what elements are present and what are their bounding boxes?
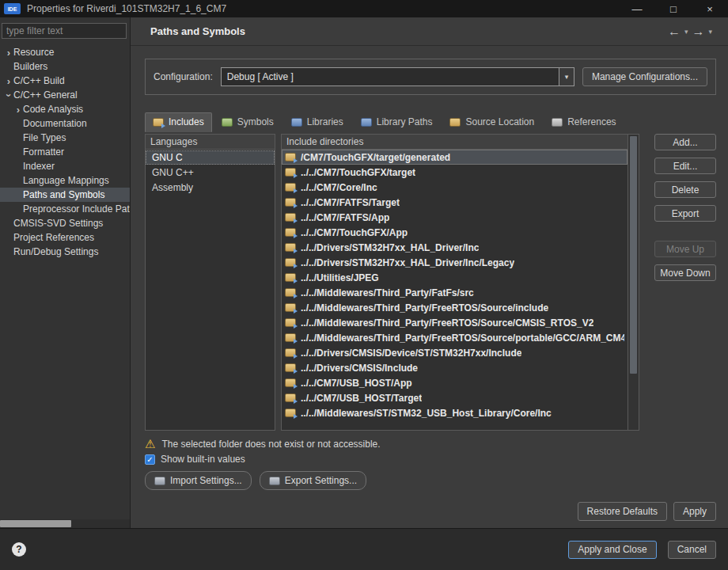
include-dir-row[interactable]: ../../CM7/FATFS/Target <box>282 195 628 210</box>
tab-label: Symbols <box>237 116 274 127</box>
restore-defaults-button[interactable]: Restore Defaults <box>578 502 667 521</box>
tab-source-location[interactable]: Source Location <box>442 112 542 132</box>
maximize-button[interactable]: □ <box>655 0 692 17</box>
sidebar-item-run-debug[interactable]: Run/Debug Settings <box>0 245 130 259</box>
sidebar-item-cmsis-svd[interactable]: CMSIS-SVD Settings <box>0 216 130 230</box>
sidebar-item-label: Run/Debug Settings <box>13 246 98 257</box>
include-folder-icon <box>285 408 296 417</box>
include-dir-row[interactable]: /CM7/TouchGFX/target/generated <box>282 150 628 165</box>
include-dir-row[interactable]: ../../CM7/TouchGFX/App <box>282 225 628 240</box>
include-dir-row[interactable]: ../../Middlewares/Third_Party/FatFs/src <box>282 285 628 300</box>
forward-icon[interactable]: → <box>692 25 704 39</box>
include-folder-icon <box>285 393 296 402</box>
help-icon[interactable]: ? <box>12 542 26 557</box>
include-folder-icon <box>285 213 296 222</box>
edit-button[interactable]: Edit... <box>654 158 716 174</box>
include-dir-row[interactable]: ../../Middlewares/Third_Party/FreeRTOS/S… <box>282 330 628 345</box>
sidebar-horizontal-scrollbar[interactable] <box>0 519 130 528</box>
configuration-select[interactable]: Debug [ Active ] ▾ <box>221 67 574 86</box>
language-gnu-c[interactable]: GNU C <box>146 150 275 165</box>
move-down-button[interactable]: Move Down <box>654 264 716 281</box>
include-dir-row[interactable]: ../../CM7/Core/Inc <box>282 180 628 195</box>
tab-includes[interactable]: Includes <box>145 112 212 132</box>
include-list-scrollbar[interactable] <box>628 134 639 431</box>
include-dir-row[interactable]: ../../CM7/FATFS/App <box>282 210 628 225</box>
minimize-button[interactable]: — <box>619 0 655 17</box>
import-settings-button[interactable]: Import Settings... <box>145 471 252 490</box>
chevron-down-icon[interactable] <box>4 89 13 101</box>
sidebar-item-paths-and-symbols[interactable]: Paths and Symbols <box>0 188 130 202</box>
language-gnu-cpp[interactable]: GNU C++ <box>146 165 275 180</box>
sidebar-item-code-analysis[interactable]: Code Analysis <box>0 102 130 116</box>
language-assembly[interactable]: Assembly <box>146 180 275 195</box>
apply-and-close-button[interactable]: Apply and Close <box>568 541 656 559</box>
include-dir-row[interactable]: ../../CM7/USB_HOST/Target <box>282 390 628 405</box>
sidebar-item-label: Documentation <box>23 118 87 129</box>
sidebar-item-cpp-build[interactable]: C/C++ Build <box>0 74 130 88</box>
page-header: Paths and Symbols ← ▾ → ▾ <box>131 17 728 46</box>
combo-arrow-icon[interactable]: ▾ <box>559 68 574 86</box>
tab-label: Library Paths <box>377 116 433 127</box>
back-dropdown-icon[interactable]: ▾ <box>684 28 688 36</box>
sidebar-item-builders[interactable]: Builders <box>0 59 130 74</box>
include-dir-row[interactable]: ../../Utilities/JPEG <box>282 270 628 285</box>
sidebar-item-indexer[interactable]: Indexer <box>0 159 130 173</box>
export-settings-button[interactable]: Export Settings... <box>260 471 366 490</box>
forward-dropdown-icon[interactable]: ▾ <box>708 28 712 36</box>
sidebar-item-language-mappings[interactable]: Language Mappings <box>0 173 130 188</box>
cancel-button[interactable]: Cancel <box>668 541 716 559</box>
sidebar-item-cpp-general[interactable]: C/C++ General <box>0 88 130 102</box>
sidebar-item-formatter[interactable]: Formatter <box>0 145 130 159</box>
scrollbar-thumb[interactable] <box>630 136 637 374</box>
apply-button[interactable]: Apply <box>673 502 716 521</box>
include-dir-row[interactable]: ../../CM7/USB_HOST/App <box>282 375 628 390</box>
close-button[interactable]: × <box>692 0 728 17</box>
include-dir-row[interactable]: ../../Middlewares/Third_Party/FreeRTOS/S… <box>282 300 628 315</box>
chevron-right-icon[interactable] <box>4 75 13 87</box>
scrollbar-thumb[interactable] <box>0 520 71 527</box>
tab-library-paths[interactable]: Library Paths <box>353 112 441 132</box>
include-dir-row[interactable]: ../../Drivers/STM32H7xx_HAL_Driver/Inc <box>282 240 628 255</box>
sidebar-item-label: Paths and Symbols <box>23 189 104 200</box>
tab-label: Includes <box>169 116 204 127</box>
include-dir-row[interactable]: ../../Middlewares/Third_Party/FreeRTOS/S… <box>282 315 628 330</box>
include-dir-row[interactable]: ../../CM7/TouchGFX/target <box>282 165 628 180</box>
move-up-button[interactable]: Move Up <box>654 241 716 257</box>
delete-button[interactable]: Delete <box>654 181 716 198</box>
import-settings-icon <box>154 477 165 485</box>
export-button[interactable]: Export <box>654 205 716 222</box>
sidebar-item-label: Formatter <box>23 146 64 158</box>
show-builtin-checkbox[interactable]: ✓ <box>145 454 155 465</box>
warning-message: ⚠ The selected folder does not exist or … <box>145 438 716 450</box>
includes-icon <box>153 118 164 127</box>
tab-libraries[interactable]: Libraries <box>283 112 351 132</box>
include-dir-row[interactable]: ../../Middlewares/ST/STM32_USB_Host_Libr… <box>282 405 628 420</box>
references-icon <box>552 118 563 127</box>
back-icon[interactable]: ← <box>668 25 681 39</box>
configuration-value: Debug [ Active ] <box>222 71 559 82</box>
sidebar-item-label: Indexer <box>23 161 55 172</box>
sidebar-item-project-references[interactable]: Project References <box>0 230 130 245</box>
include-folder-icon <box>285 273 296 282</box>
tab-references[interactable]: References <box>544 112 624 132</box>
include-dir-row[interactable]: ../../Drivers/CMSIS/Include <box>282 360 628 375</box>
sidebar-item-documentation[interactable]: Documentation <box>0 116 130 131</box>
show-builtin-label: Show built-in values <box>161 454 245 465</box>
chevron-right-icon[interactable] <box>4 47 13 59</box>
manage-configurations-button[interactable]: Manage Configurations... <box>582 67 707 86</box>
tab-symbols[interactable]: Symbols <box>214 112 282 132</box>
include-folder-icon <box>285 198 296 207</box>
include-folder-icon <box>285 303 296 312</box>
sidebar-item-resource[interactable]: Resource <box>0 45 130 59</box>
include-folder-icon <box>285 183 296 192</box>
include-dir-row[interactable]: ../../Drivers/CMSIS/Device/ST/STM32H7xx/… <box>282 345 628 360</box>
include-directories-list: /CM7/TouchGFX/target/generated ../../CM7… <box>282 150 628 430</box>
add-button[interactable]: Add... <box>654 134 716 150</box>
sidebar-item-file-types[interactable]: File Types <box>0 131 130 145</box>
sidebar-item-label: C/C++ Build <box>13 75 65 86</box>
filter-input[interactable] <box>2 23 127 39</box>
include-dir-row[interactable]: ../../Drivers/STM32H7xx_HAL_Driver/Inc/L… <box>282 255 628 270</box>
chevron-right-icon[interactable] <box>13 104 23 116</box>
tab-label: References <box>567 116 616 127</box>
sidebar-item-preprocessor-include[interactable]: Preprocessor Include Pat <box>0 202 130 216</box>
